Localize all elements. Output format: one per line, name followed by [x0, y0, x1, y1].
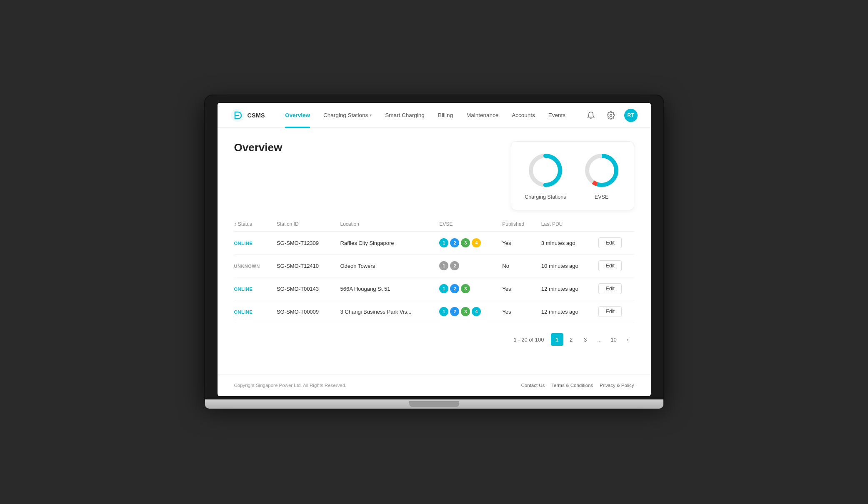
contact-us-link[interactable]: Contact Us — [521, 383, 545, 388]
evse-badge[interactable]: 2 — [450, 307, 459, 316]
table-row: UNKNOWNSG-SMO-T12410Odeon Towers12No10 m… — [234, 254, 634, 277]
table-row: ONLINESG-SMO-T12309Raffles City Singapor… — [234, 232, 634, 254]
published: Yes — [497, 300, 536, 323]
location: 566A Hougang St 51 — [335, 277, 434, 300]
footer: Copyright Singapore Power Ltd. All Right… — [218, 374, 651, 396]
last-pdu: 12 minutes ago — [536, 300, 594, 323]
status-badge: ONLINE — [234, 240, 253, 247]
privacy-link[interactable]: Privacy & Policy — [600, 383, 634, 388]
evse-badge[interactable]: 1 — [439, 284, 448, 293]
page-10-button[interactable]: 10 — [608, 333, 620, 346]
evse-donut — [583, 152, 620, 189]
evse-badges: 123 — [439, 284, 492, 293]
chevron-down-icon: ▾ — [370, 113, 372, 117]
footer-copyright: Copyright Singapore Power Ltd. All Right… — [234, 383, 347, 388]
logo-icon — [231, 109, 244, 122]
location: Odeon Towers — [335, 254, 434, 277]
published: No — [497, 254, 536, 277]
col-published: Published — [497, 217, 536, 232]
location: 3 Changi Business Park Vis... — [335, 300, 434, 323]
page-ellipsis: ... — [593, 333, 606, 346]
data-table: ↕ Status Station ID Location EVSE Publis… — [234, 217, 634, 323]
nav-items: Overview Charging Stations ▾ Smart Charg… — [278, 103, 584, 128]
published: Yes — [497, 277, 536, 300]
charging-stations-chart: Charging Stations — [525, 152, 566, 200]
user-avatar[interactable]: RT — [624, 109, 638, 122]
evse-badge[interactable]: 2 — [450, 284, 459, 293]
evse-badge[interactable]: 2 — [450, 261, 459, 270]
col-last-pdu: Last PDU — [536, 217, 594, 232]
next-page-button[interactable]: › — [622, 333, 634, 346]
published: Yes — [497, 232, 536, 254]
status-badge: ONLINE — [234, 286, 253, 292]
page-title: Overview — [234, 141, 283, 154]
col-station-id: Station ID — [272, 217, 335, 232]
status-badge: UNKNOWN — [234, 263, 260, 269]
edit-button[interactable]: Edit — [598, 260, 622, 271]
evse-badges: 12 — [439, 261, 492, 270]
edit-button[interactable]: Edit — [598, 283, 622, 294]
evse-badge[interactable]: 2 — [450, 238, 459, 247]
location: Raffles City Singapore — [335, 232, 434, 254]
page-1-button[interactable]: 1 — [551, 333, 563, 346]
logo-text: CSMS — [248, 112, 265, 119]
edit-button[interactable]: Edit — [598, 237, 622, 248]
last-pdu: 3 minutes ago — [536, 232, 594, 254]
evse-chart: EVSE — [583, 152, 620, 200]
evse-badges: 1234 — [439, 238, 492, 247]
evse-badge[interactable]: 3 — [461, 238, 470, 247]
evse-badge[interactable]: 3 — [461, 284, 470, 293]
nav-item-events[interactable]: Events — [542, 103, 572, 128]
col-action — [593, 217, 634, 232]
charging-stations-donut — [527, 152, 564, 189]
station-id: SG-SMO-T00143 — [272, 277, 335, 300]
last-pdu: 12 minutes ago — [536, 277, 594, 300]
status-badge: ONLINE — [234, 309, 253, 315]
pagination: 1 - 20 of 100 1 2 3 ... 10 › — [234, 333, 634, 346]
nav-item-accounts[interactable]: Accounts — [505, 103, 542, 128]
nav-item-maintenance[interactable]: Maintenance — [460, 103, 505, 128]
evse-badge[interactable]: 1 — [439, 261, 448, 270]
edit-button[interactable]: Edit — [598, 306, 622, 317]
last-pdu: 10 minutes ago — [536, 254, 594, 277]
evse-badge[interactable]: 1 — [439, 238, 448, 247]
notification-icon[interactable] — [584, 109, 598, 122]
navbar: CSMS Overview Charging Stations ▾ — [218, 103, 651, 128]
nav-right: RT — [584, 109, 638, 122]
terms-link[interactable]: Terms & Conditions — [551, 383, 593, 388]
col-status[interactable]: ↕ Status — [234, 217, 272, 232]
nav-item-billing[interactable]: Billing — [431, 103, 460, 128]
page-3-button[interactable]: 3 — [579, 333, 592, 346]
main-content: Overview Char — [218, 128, 651, 366]
col-evse: EVSE — [434, 217, 497, 232]
settings-icon[interactable] — [604, 109, 618, 122]
station-id: SG-SMO-T12309 — [272, 232, 335, 254]
evse-badge[interactable]: 3 — [461, 307, 470, 316]
table-row: ONLINESG-SMO-T00143566A Hougang St 51123… — [234, 277, 634, 300]
evse-badges: 1234 — [439, 307, 492, 316]
table-row: ONLINESG-SMO-T000093 Changi Business Par… — [234, 300, 634, 323]
page-2-button[interactable]: 2 — [565, 333, 578, 346]
nav-item-smart-charging[interactable]: Smart Charging — [378, 103, 431, 128]
station-id: SG-SMO-T12410 — [272, 254, 335, 277]
table-section: ↕ Status Station ID Location EVSE Publis… — [234, 217, 634, 323]
nav-item-overview[interactable]: Overview — [278, 103, 317, 128]
evse-badge[interactable]: 1 — [439, 307, 448, 316]
nav-item-charging-stations[interactable]: Charging Stations ▾ — [317, 103, 378, 128]
charging-stations-label: Charging Stations — [525, 194, 566, 200]
evse-label: EVSE — [595, 194, 608, 200]
col-location: Location — [335, 217, 434, 232]
evse-badge[interactable]: 4 — [472, 238, 481, 247]
pagination-info: 1 - 20 of 100 — [514, 337, 544, 343]
station-id: SG-SMO-T00009 — [272, 300, 335, 323]
charts-card: Charging Stations — [511, 141, 634, 210]
logo-area: CSMS — [231, 109, 265, 122]
evse-badge[interactable]: 4 — [472, 307, 481, 316]
footer-links: Contact Us Terms & Conditions Privacy & … — [521, 383, 634, 388]
svg-point-1 — [610, 114, 612, 116]
